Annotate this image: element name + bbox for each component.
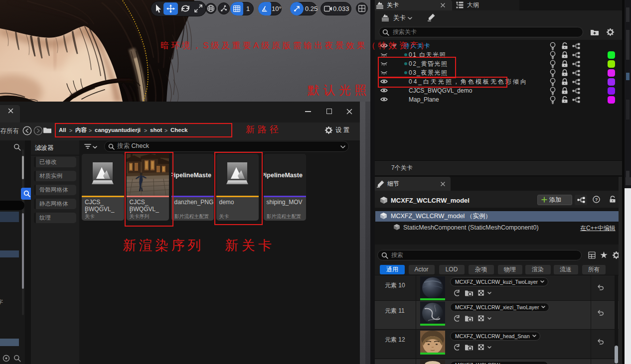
svg-text:?: ? <box>595 197 598 202</box>
